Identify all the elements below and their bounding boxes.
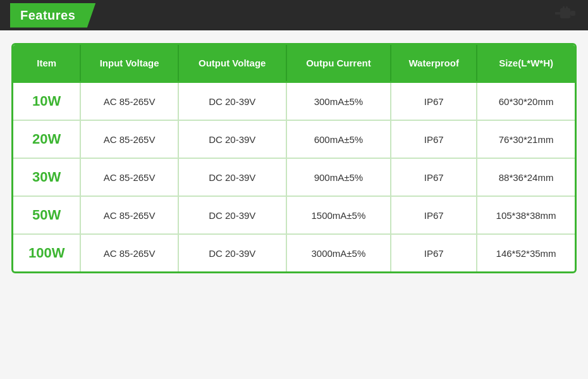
col-header-size: Size(L*W*H) bbox=[477, 45, 575, 82]
cell-item-row3: 50W bbox=[13, 196, 80, 234]
cell-output_voltage-row4: DC 20-39V bbox=[178, 234, 286, 271]
cell-size-row3: 105*38*38mm bbox=[477, 196, 575, 234]
col-header-input-voltage: Input Voltage bbox=[80, 45, 178, 82]
cell-input_voltage-row3: AC 85-265V bbox=[80, 196, 178, 234]
features-table: Item Input Voltage Output Voltage Outpu … bbox=[13, 45, 575, 271]
cell-item-row0: 10W bbox=[13, 82, 80, 121]
cell-output_voltage-row0: DC 20-39V bbox=[178, 82, 286, 121]
cell-input_voltage-row1: AC 85-265V bbox=[80, 120, 178, 158]
table-row: 20WAC 85-265VDC 20-39V600mA±5%IP6776*30*… bbox=[13, 120, 575, 158]
cell-output_voltage-row1: DC 20-39V bbox=[178, 120, 286, 158]
cell-item-row2: 30W bbox=[13, 158, 80, 196]
cell-size-row2: 88*36*24mm bbox=[477, 158, 575, 196]
cell-size-row4: 146*52*35mm bbox=[477, 234, 575, 271]
col-header-output-voltage: Output Voltage bbox=[178, 45, 286, 82]
cell-item-row1: 20W bbox=[13, 120, 80, 158]
cell-output_current-row1: 600mA±5% bbox=[286, 120, 391, 158]
svg-rect-2 bbox=[570, 11, 575, 16]
header-title-background: Features bbox=[10, 3, 95, 28]
header-bar: Features bbox=[0, 0, 588, 30]
cell-output_current-row4: 3000mA±5% bbox=[286, 234, 391, 271]
cell-output_voltage-row2: DC 20-39V bbox=[178, 158, 286, 196]
cell-waterproof-row2: IP67 bbox=[391, 158, 477, 196]
cell-input_voltage-row0: AC 85-265V bbox=[80, 82, 178, 121]
cell-output_current-row2: 900mA±5% bbox=[286, 158, 391, 196]
svg-rect-4 bbox=[566, 6, 568, 9]
col-header-waterproof: Waterproof bbox=[391, 45, 477, 82]
cell-size-row1: 76*30*21mm bbox=[477, 120, 575, 158]
cell-output_current-row3: 1500mA±5% bbox=[286, 196, 391, 234]
page-wrapper: Features Item Input Voltage Output Volta… bbox=[0, 0, 588, 379]
cell-size-row0: 60*30*20mm bbox=[477, 82, 575, 121]
cell-waterproof-row1: IP67 bbox=[391, 120, 477, 158]
col-header-output-current: Outpu Current bbox=[286, 45, 391, 82]
features-table-container: Item Input Voltage Output Voltage Outpu … bbox=[11, 43, 577, 273]
cell-waterproof-row4: IP67 bbox=[391, 234, 477, 271]
svg-rect-3 bbox=[563, 6, 565, 9]
table-row: 50WAC 85-265VDC 20-39V1500mA±5%IP67105*3… bbox=[13, 196, 575, 234]
svg-rect-0 bbox=[560, 8, 570, 18]
table-header-row: Item Input Voltage Output Voltage Outpu … bbox=[13, 45, 575, 82]
col-header-item: Item bbox=[13, 45, 80, 82]
cell-output_voltage-row3: DC 20-39V bbox=[178, 196, 286, 234]
table-row: 30WAC 85-265VDC 20-39V900mA±5%IP6788*36*… bbox=[13, 158, 575, 196]
cell-output_current-row0: 300mA±5% bbox=[286, 82, 391, 121]
cell-input_voltage-row2: AC 85-265V bbox=[80, 158, 178, 196]
cell-input_voltage-row4: AC 85-265V bbox=[80, 234, 178, 271]
cell-item-row4: 100W bbox=[13, 234, 80, 271]
table-row: 10WAC 85-265VDC 20-39V300mA±5%IP6760*30*… bbox=[13, 82, 575, 121]
page-title: Features bbox=[20, 8, 75, 22]
plug-icon bbox=[555, 6, 575, 25]
table-row: 100WAC 85-265VDC 20-39V3000mA±5%IP67146*… bbox=[13, 234, 575, 271]
cell-waterproof-row0: IP67 bbox=[391, 82, 477, 121]
svg-rect-1 bbox=[555, 12, 560, 15]
cell-waterproof-row3: IP67 bbox=[391, 196, 477, 234]
